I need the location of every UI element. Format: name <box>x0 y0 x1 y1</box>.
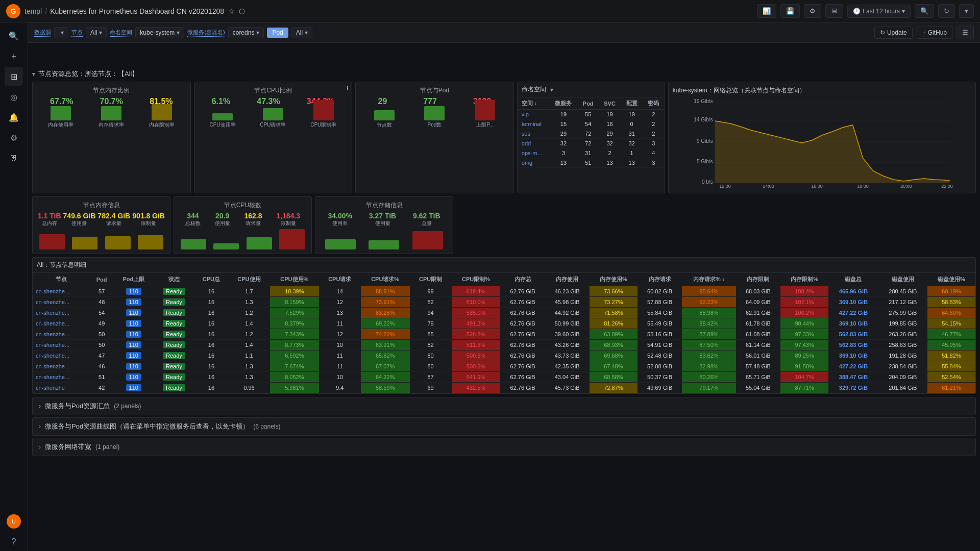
col-mem-req-pct[interactable]: 内存请求% ↓ <box>682 273 736 286</box>
node-mem-lim-pct: 108.4% <box>780 286 828 297</box>
settings-icon-btn[interactable]: ⚙ <box>804 4 821 18</box>
node-cpu-lim-pct: 500.6% <box>452 350 501 361</box>
cpu-lim-label: 限制量 <box>276 220 300 227</box>
node-table-scroll[interactable]: 节点 Pod Pod上限 状态 CPU总 CPU使用 CPU使用% CPU请求 … <box>33 273 975 393</box>
col-disk-use-pct[interactable]: 磁盘使用% <box>927 273 975 286</box>
node-pod: 51 <box>90 372 114 383</box>
col-mem-total[interactable]: 内存总 <box>500 273 545 286</box>
col-mem-use-pct[interactable]: 内存使用% <box>590 273 638 286</box>
network-fill <box>715 121 949 183</box>
zoom-out-btn[interactable]: 🔍 <box>915 4 934 18</box>
node-mem-use: 46.23 GiB <box>545 286 590 297</box>
node-pod: 46 <box>90 361 114 372</box>
namespace-select[interactable]: kube-system ▾ <box>135 27 184 38</box>
col-cpu-use-pct[interactable]: CPU使用% <box>270 273 319 286</box>
node-status: Ready <box>154 318 194 329</box>
col-mem-lim-pct[interactable]: 内存限制% <box>780 273 828 286</box>
section-header[interactable]: ▾ 节点资源总览：所选节点：【All】 <box>32 69 976 79</box>
monitor-icon-btn[interactable]: 🖥 <box>825 4 843 18</box>
col-cpu-lim-pct[interactable]: CPU限制% <box>452 273 501 286</box>
network-bw-title: 微服务网络带宽 <box>45 442 91 452</box>
node-pod: 42 <box>90 383 114 393</box>
col-mem-req[interactable]: 内存请求 <box>638 273 682 286</box>
sidebar-add[interactable]: ＋ <box>5 47 23 65</box>
share-icon[interactable]: ⬡ <box>239 7 245 15</box>
menu-button[interactable]: ☰ <box>957 26 974 39</box>
cpu-bar2-label: CPU请求率 <box>260 121 286 129</box>
node-cpu-lim-pct: 510.0% <box>452 297 501 308</box>
table-row: cn-shenzhe... 51 110 Ready 16 1.3 8.052%… <box>33 372 975 383</box>
datasource-select[interactable]: ▾ <box>54 27 68 38</box>
favorite-icon[interactable]: ☆ <box>228 7 235 15</box>
col-pod[interactable]: Pod <box>90 273 114 286</box>
col-cpu-total[interactable]: CPU总 <box>194 273 228 286</box>
sidebar-shield[interactable]: ⛨ <box>5 149 23 167</box>
namespace-title-text: 命名空间 <box>522 85 546 94</box>
node-select[interactable]: All ▾ <box>86 27 107 38</box>
node-cpu-lim-pct: 500.6% <box>452 361 501 372</box>
sidebar-compass[interactable]: ◎ <box>5 88 23 106</box>
node-mem-lim: 65.71 GiB <box>736 372 780 383</box>
col-mem-use[interactable]: 内存使用 <box>545 273 590 286</box>
sidebar-grid[interactable]: ⊞ <box>5 67 23 86</box>
col-disk-use[interactable]: 磁盘使用 <box>878 273 927 286</box>
node-mem-lim: 57.48 GiB <box>736 361 780 372</box>
node-arrow: ▾ <box>99 29 102 36</box>
col-disk-total[interactable]: 磁盘总 <box>828 273 878 286</box>
datasource-label[interactable]: 数据源 <box>34 29 51 37</box>
node-table-thead: 节点 Pod Pod上限 状态 CPU总 CPU使用 CPU使用% CPU请求 … <box>33 273 975 286</box>
namespace-label[interactable]: 命名空间 <box>110 29 132 37</box>
chart-icon-btn[interactable]: 📊 <box>757 4 776 18</box>
info-icon[interactable]: ℹ <box>347 85 349 92</box>
service-label[interactable]: 微服务(容器名) <box>187 29 225 37</box>
col-node[interactable]: 节点 <box>33 273 90 286</box>
sidebar-settings[interactable]: ⚙ <box>5 129 23 147</box>
col-status[interactable]: 状态 <box>154 273 194 286</box>
section-network-bw[interactable]: › 微服务网络带宽 (1 panel) <box>32 438 976 456</box>
node-cpu-use: 1.4 <box>228 340 270 350</box>
topbar: G templ / Kubernetes for Prometheus Dash… <box>0 0 980 22</box>
service-select[interactable]: coredns ▾ <box>228 27 264 38</box>
namespace-dropdown-arrow[interactable]: ▾ <box>550 86 553 93</box>
node-disk-use: 217.12 GiB <box>878 297 927 308</box>
node-cpu-lim-pct: 619.4% <box>452 286 501 297</box>
col-cpu-lim[interactable]: CPU限制 <box>410 273 452 286</box>
node-cpu-use-pct: 8.379% <box>270 318 319 329</box>
col-cpu-use[interactable]: CPU使用 <box>228 273 270 286</box>
storage-total-num: 9.62 TiB <box>413 212 440 220</box>
ns-pod: 72 <box>578 139 599 148</box>
node-cpu-use-pct: 6.592% <box>270 350 319 361</box>
update-button[interactable]: ↻ Update <box>874 27 913 39</box>
cpu-core-panel: 节点CPU核数 344 总核数 20.9 使用量 162.8 请求量 1,184… <box>174 196 312 254</box>
pod-all-select[interactable]: All ▾ <box>291 27 312 38</box>
sidebar-user-avatar[interactable]: U <box>5 512 23 531</box>
sort-down-icon: ↓ <box>722 277 725 282</box>
node-cpu-total: 16 <box>194 350 228 361</box>
node-cpu-req-pct: 69.22% <box>361 318 410 329</box>
more-btn[interactable]: ▾ <box>959 4 974 18</box>
mem-bar2-label: 内存请求率 <box>99 121 124 129</box>
spacer-right <box>456 196 715 254</box>
node-label[interactable]: 节点 <box>71 29 83 37</box>
refresh-btn[interactable]: ↻ <box>938 4 955 18</box>
mem-lim: 901.8 GiB 限制量 <box>132 212 165 227</box>
time-range-selector[interactable]: 🕐 Last 12 hours ▾ <box>847 5 911 18</box>
pod-button[interactable]: Pod <box>267 28 288 38</box>
col-cpu-req[interactable]: CPU请求 <box>319 273 361 286</box>
col-pod-limit[interactable]: Pod上限 <box>114 273 154 286</box>
node-name: cn-shenzhe... <box>33 308 90 318</box>
section-pod-summary[interactable]: › 微服务与Pod资源汇总 (2 panels) <box>32 397 976 415</box>
cpu-bar-lim <box>279 229 305 249</box>
table-row: cn-shenzhe 42 110 Ready 16 0.96 5.981% 9… <box>33 383 975 393</box>
col-mem-lim[interactable]: 内存限制 <box>736 273 780 286</box>
section-pod-charts[interactable]: › 微服务与Pod资源曲线图（请在菜单中指定微服务后查看，以免卡顿） (6 pa… <box>32 417 976 436</box>
sidebar-help[interactable]: ? <box>5 533 23 551</box>
sidebar-bell[interactable]: 🔔 <box>5 108 23 127</box>
node-cpu-use: 1.3 <box>228 361 270 372</box>
col-cpu-req-pct[interactable]: CPU请求% <box>361 273 410 286</box>
save-icon-btn[interactable]: 💾 <box>780 4 800 18</box>
github-button[interactable]: ⑂ GitHub <box>917 27 952 39</box>
pod-panel: 节点与Pod 29 777 3190 节点数 Pod <box>355 82 514 193</box>
sidebar-search[interactable]: 🔍 <box>5 27 23 45</box>
cpu-req-pct-num: 47.3% <box>257 97 280 106</box>
